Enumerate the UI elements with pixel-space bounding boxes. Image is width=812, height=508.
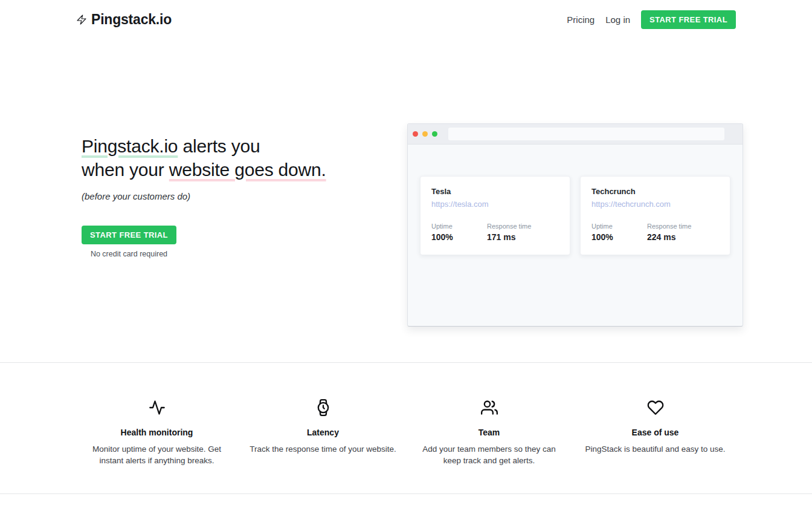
feature-description: Track the response time of your website. <box>250 443 396 455</box>
main-nav: Pricing Log in START FREE TRIAL <box>567 10 736 29</box>
feature-health-monitoring: Health monitoring Monitor uptime of your… <box>74 399 240 466</box>
no-credit-card-note: No credit card required <box>82 250 176 258</box>
response-time-stat: Response time 171 ms <box>487 223 531 242</box>
feature-title: Team <box>416 428 562 437</box>
monitor-name: Tesla <box>431 187 559 196</box>
stat-value: 224 ms <box>647 232 691 242</box>
monitor-url: https://tesla.com <box>431 200 559 209</box>
feature-description: Monitor uptime of your website. Get inst… <box>83 443 230 466</box>
stat-value: 171 ms <box>487 232 531 242</box>
nav-start-trial-button[interactable]: START FREE TRIAL <box>641 10 736 29</box>
hero-copy: Pingstack.io alerts you when your websit… <box>82 134 326 259</box>
browser-titlebar <box>408 124 743 145</box>
stat-value: 100% <box>591 232 633 242</box>
uptime-stat: Uptime 100% <box>591 223 633 242</box>
monitor-card-techcrunch: Techcrunch https://techcrunch.com Uptime… <box>580 176 730 255</box>
hero-cta-group: START FREE TRIAL No credit card required <box>82 226 176 258</box>
monitor-url: https://techcrunch.com <box>591 200 719 209</box>
stat-label: Uptime <box>431 223 472 230</box>
monitor-stats: Uptime 100% Response time 171 ms <box>431 223 559 242</box>
feature-title: Ease of use <box>582 428 729 437</box>
nav-pricing-link[interactable]: Pricing <box>567 15 594 25</box>
watch-icon <box>250 399 396 416</box>
feature-latency: Latency Track the response time of your … <box>240 399 406 466</box>
stat-label: Uptime <box>591 223 633 230</box>
hero-headline: Pingstack.io alerts you when your websit… <box>82 134 326 181</box>
brand-logo[interactable]: Pingstack.io <box>76 11 172 28</box>
stat-label: Response time <box>487 223 531 230</box>
feature-description: Add your team members so they can keep t… <box>416 443 562 466</box>
headline-highlight-pink: website goes down. <box>169 160 326 180</box>
monitor-dashboard: Tesla https://tesla.com Uptime 100% Resp… <box>408 145 743 255</box>
response-time-stat: Response time 224 ms <box>647 223 691 242</box>
traffic-light-close-icon <box>413 131 418 137</box>
uptime-stat: Uptime 100% <box>431 223 472 242</box>
hero-subtext: (before your customers do) <box>82 191 326 201</box>
nav-login-link[interactable]: Log in <box>605 15 630 25</box>
feature-title: Latency <box>250 428 396 437</box>
header: Pingstack.io Pricing Log in START FREE T… <box>0 0 812 31</box>
browser-mockup: Tesla https://tesla.com Uptime 100% Resp… <box>407 123 743 327</box>
headline-text: when your <box>82 160 169 180</box>
feature-title: Health monitoring <box>83 428 230 437</box>
activity-icon <box>83 399 230 416</box>
heart-icon <box>582 399 729 416</box>
feature-ease-of-use: Ease of use PingStack is beautiful and e… <box>572 399 738 466</box>
users-icon <box>416 399 562 416</box>
stat-label: Response time <box>647 223 691 230</box>
browser-address-bar <box>448 128 724 140</box>
zap-icon <box>76 13 87 26</box>
monitor-name: Techcrunch <box>591 187 719 196</box>
headline-highlight-green: Pingstack.io <box>82 136 178 156</box>
monitor-stats: Uptime 100% Response time 224 ms <box>591 223 719 242</box>
hero-start-trial-button[interactable]: START FREE TRIAL <box>82 226 176 244</box>
stat-value: 100% <box>431 232 472 242</box>
feature-team: Team Add your team members so they can k… <box>406 399 572 466</box>
headline-text: alerts you <box>178 136 260 156</box>
feature-description: PingStack is beautiful and easy to use. <box>582 443 729 455</box>
hero-section: Pingstack.io alerts you when your websit… <box>0 31 812 362</box>
monitor-card-tesla: Tesla https://tesla.com Uptime 100% Resp… <box>420 176 570 255</box>
traffic-light-zoom-icon <box>432 131 437 137</box>
plans-section: PLANS <box>0 493 812 508</box>
traffic-light-minimize-icon <box>422 131 428 137</box>
brand-name: Pingstack.io <box>91 11 172 28</box>
features-section: Health monitoring Monitor uptime of your… <box>0 362 812 466</box>
